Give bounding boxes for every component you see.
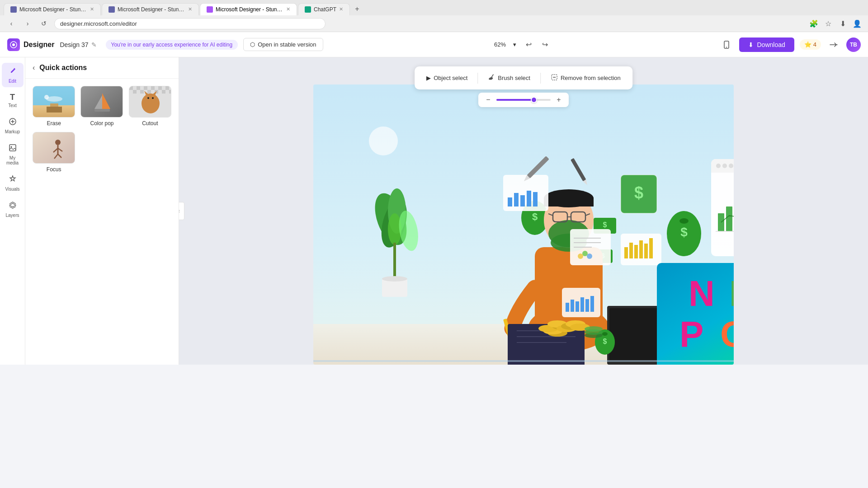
design-title: Design 37 ✎ xyxy=(60,41,96,48)
svg-rect-20 xyxy=(137,86,140,90)
svg-rect-7 xyxy=(9,145,16,151)
svg-point-128 xyxy=(578,253,583,259)
download-button[interactable]: ⬇ Download xyxy=(739,38,794,52)
svg-rect-30 xyxy=(169,90,171,94)
svg-text:N: N xyxy=(689,273,717,314)
svg-point-129 xyxy=(587,253,592,259)
mobile-preview-button[interactable] xyxy=(719,38,734,52)
svg-point-146 xyxy=(722,164,727,168)
user-avatar[interactable]: TB xyxy=(846,38,861,52)
tab-4-favicon xyxy=(305,6,311,13)
toolbar-divider-1 xyxy=(477,73,478,84)
quick-action-erase[interactable]: Erase xyxy=(33,86,75,127)
erase-thumbnail xyxy=(33,86,75,117)
tab-2[interactable]: Microsoft Designer - Stunning ✕ xyxy=(102,3,199,15)
stable-version-label: Open in stable version xyxy=(258,41,316,48)
zoom-out-button[interactable]: − xyxy=(483,94,494,105)
svg-rect-108 xyxy=(527,191,531,206)
markup-icon xyxy=(8,117,17,128)
svg-text:$: $ xyxy=(603,338,607,345)
tab-bar: Microsoft Designer - Stunning ✕ Microsof… xyxy=(0,0,868,15)
object-select-label: Object select xyxy=(434,75,467,81)
sidebar-item-my-media[interactable]: My media xyxy=(2,140,24,169)
svg-text:P: P xyxy=(679,314,706,354)
panel-title: Quick actions xyxy=(39,64,87,72)
profile-button[interactable]: 👤 xyxy=(852,18,863,29)
redo-button[interactable]: ↪ xyxy=(538,38,552,52)
remove-from-selection-button[interactable]: Remove from selection xyxy=(544,70,627,86)
svg-rect-121 xyxy=(580,297,584,312)
canvas-image: $ $ $ $ $ xyxy=(313,84,734,365)
back-button[interactable]: ‹ xyxy=(5,18,17,29)
toolbar-divider-2 xyxy=(540,73,541,84)
zoom-value[interactable]: 62% xyxy=(490,41,510,48)
connect-button[interactable] xyxy=(826,38,841,52)
tab-3[interactable]: Microsoft Designer - Stunning ✕ xyxy=(200,3,297,15)
svg-point-35 xyxy=(147,97,149,99)
quick-action-cutout[interactable]: Cutout xyxy=(129,86,171,127)
sidebar-item-visuals[interactable]: Visuals xyxy=(2,171,24,195)
left-sidebar: Edit T Text Markup xyxy=(0,57,25,365)
address-input[interactable]: designer.microsoft.com/editor xyxy=(54,18,326,29)
sidebar-item-text[interactable]: T Text xyxy=(2,89,24,112)
edit-title-icon[interactable]: ✎ xyxy=(91,41,97,48)
brush-select-icon xyxy=(488,74,495,82)
zoom-in-button[interactable]: + xyxy=(553,94,564,105)
early-access-badge: You're in our early access experience fo… xyxy=(106,40,238,50)
collapse-panel-button[interactable]: ‹ xyxy=(179,202,184,220)
refresh-button[interactable]: ↺ xyxy=(38,18,50,29)
selection-toolbar: ▶ Object select Brush select xyxy=(415,66,632,89)
sidebar-item-layers[interactable]: Layers xyxy=(2,197,24,221)
app-name: Designer xyxy=(24,41,54,49)
quick-action-color-pop[interactable]: Color pop xyxy=(80,86,123,127)
download-icon: ⬇ xyxy=(748,41,754,48)
new-tab-button[interactable]: + xyxy=(351,3,363,15)
tab-3-favicon xyxy=(207,6,213,13)
tab-1[interactable]: Microsoft Designer - Stunning ✕ xyxy=(4,3,101,15)
svg-rect-27 xyxy=(147,90,151,94)
extensions-button[interactable]: 🧩 xyxy=(808,18,819,29)
svg-text:$: $ xyxy=(603,221,607,229)
svg-point-130 xyxy=(582,251,588,256)
object-select-button[interactable]: ▶ Object select xyxy=(420,71,474,85)
zoom-slider-thumb[interactable] xyxy=(531,97,537,103)
zoom-slider[interactable] xyxy=(496,99,551,101)
svg-point-102 xyxy=(602,332,608,336)
remove-selection-icon xyxy=(551,74,558,82)
panel-back-button[interactable]: ‹ xyxy=(33,64,35,72)
svg-rect-17 xyxy=(94,109,110,112)
sidebar-item-text-label: Text xyxy=(8,103,16,108)
quick-action-focus[interactable]: Focus xyxy=(33,132,75,173)
text-icon: T xyxy=(10,93,15,102)
svg-rect-118 xyxy=(566,303,569,312)
stable-version-button[interactable]: ⬡ Open in stable version xyxy=(243,38,323,51)
svg-point-177 xyxy=(585,326,603,332)
svg-point-11 xyxy=(44,95,49,99)
tab-4-close[interactable]: ✕ xyxy=(339,6,343,12)
svg-rect-26 xyxy=(140,90,144,94)
svg-rect-115 xyxy=(644,244,648,258)
sidebar-item-edit[interactable]: Edit xyxy=(2,63,24,87)
main-layout: Edit T Text Markup xyxy=(0,57,868,365)
brush-select-button[interactable]: Brush select xyxy=(481,70,537,86)
tab-3-close[interactable]: ✕ xyxy=(286,6,290,12)
zoom-dropdown-icon[interactable]: ▾ xyxy=(513,41,516,48)
zoom-control: 62% ▾ xyxy=(490,41,516,48)
remove-selection-label: Remove from selection xyxy=(561,75,621,81)
tab-3-label: Microsoft Designer - Stunning xyxy=(216,6,283,13)
tab-1-close[interactable]: ✕ xyxy=(90,6,94,12)
edit-icon xyxy=(8,66,17,78)
undo-button[interactable]: ↩ xyxy=(522,38,536,52)
tab-2-close[interactable]: ✕ xyxy=(188,6,192,12)
favorites-button[interactable]: ☆ xyxy=(823,18,834,29)
svg-point-145 xyxy=(716,164,721,168)
sidebar-item-markup[interactable]: Markup xyxy=(2,113,24,138)
zoom-slider-fill xyxy=(496,99,532,101)
tab-4[interactable]: ChatGPT ✕ xyxy=(298,3,350,15)
svg-rect-113 xyxy=(634,245,638,258)
panel: ‹ Quick actions xyxy=(25,57,179,365)
forward-button[interactable]: › xyxy=(22,18,33,29)
svg-rect-111 xyxy=(624,247,628,258)
download-browser-button[interactable]: ⬇ xyxy=(837,18,848,29)
svg-rect-25 xyxy=(133,90,137,94)
